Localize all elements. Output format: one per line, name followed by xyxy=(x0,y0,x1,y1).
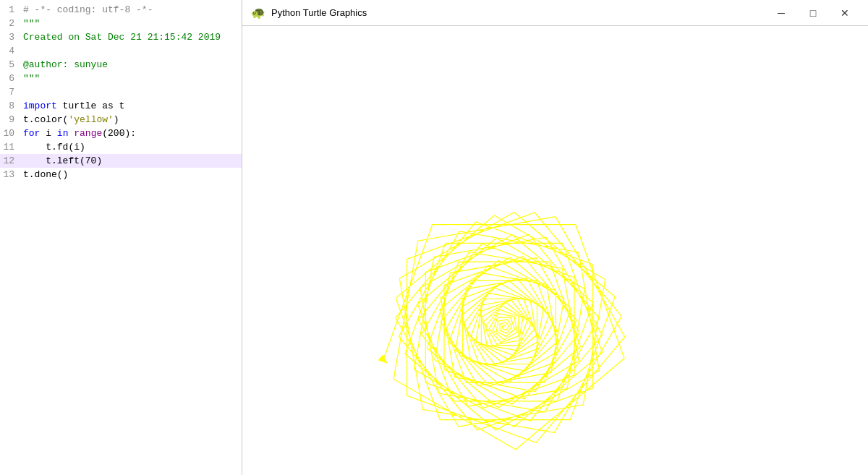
line-content: import turtle as t xyxy=(20,99,242,113)
code-line-5: 5@author: sunyue xyxy=(0,58,242,72)
window-controls: ─ □ ✕ xyxy=(767,3,859,23)
line-number: 1 xyxy=(0,3,20,17)
line-number: 11 xyxy=(0,140,20,154)
turtle-canvas xyxy=(242,26,868,475)
code-line-13: 13t.done() xyxy=(0,168,242,181)
code-line-2: 2""" xyxy=(0,17,242,30)
line-content: t.color('yellow') xyxy=(20,113,242,127)
close-button[interactable]: ✕ xyxy=(830,3,859,23)
line-number: 9 xyxy=(0,113,20,127)
code-line-10: 10for i in range(200): xyxy=(0,127,242,140)
line-number: 8 xyxy=(0,99,20,113)
turtle-icon: 🐢 xyxy=(251,6,265,20)
line-content: """ xyxy=(20,72,242,85)
code-line-7: 7 xyxy=(0,85,242,99)
maximize-button[interactable]: □ xyxy=(799,3,827,23)
line-number: 4 xyxy=(0,44,20,58)
code-area: 1# -*- coding: utf-8 -*-2"""3Created on … xyxy=(0,0,242,475)
line-number: 7 xyxy=(0,85,20,99)
line-content: # -*- coding: utf-8 -*- xyxy=(20,3,242,17)
code-line-1: 1# -*- coding: utf-8 -*- xyxy=(0,3,242,17)
line-content: t.fd(i) xyxy=(20,140,242,154)
line-number: 10 xyxy=(0,127,20,140)
line-number: 5 xyxy=(0,58,20,72)
line-content: t.done() xyxy=(20,168,242,181)
code-line-8: 8import turtle as t xyxy=(0,99,242,113)
line-number: 2 xyxy=(0,17,20,30)
line-content: """ xyxy=(20,17,242,30)
line-number: 13 xyxy=(0,168,20,181)
window-titlebar: 🐢 Python Turtle Graphics ─ □ ✕ xyxy=(242,0,868,26)
line-content: for i in range(200): xyxy=(20,127,242,140)
window-title: Python Turtle Graphics xyxy=(271,7,767,18)
line-content: t.left(70) xyxy=(20,154,242,168)
code-line-12: 12 t.left(70) xyxy=(0,154,242,168)
code-line-3: 3Created on Sat Dec 21 21:15:42 2019 xyxy=(0,30,242,44)
line-content: @author: sunyue xyxy=(20,58,242,72)
line-number: 12 xyxy=(0,154,20,168)
line-number: 6 xyxy=(0,72,20,85)
minimize-button[interactable]: ─ xyxy=(767,3,796,23)
turtle-window: 🐢 Python Turtle Graphics ─ □ ✕ xyxy=(242,0,868,475)
line-number: 3 xyxy=(0,30,20,44)
line-content: Created on Sat Dec 21 21:15:42 2019 xyxy=(20,30,242,44)
canvas-area xyxy=(242,26,868,475)
code-line-4: 4 xyxy=(0,44,242,58)
code-line-9: 9t.color('yellow') xyxy=(0,113,242,127)
code-line-11: 11 t.fd(i) xyxy=(0,140,242,154)
code-line-6: 6""" xyxy=(0,72,242,85)
code-editor[interactable]: 1# -*- coding: utf-8 -*-2"""3Created on … xyxy=(0,0,242,475)
